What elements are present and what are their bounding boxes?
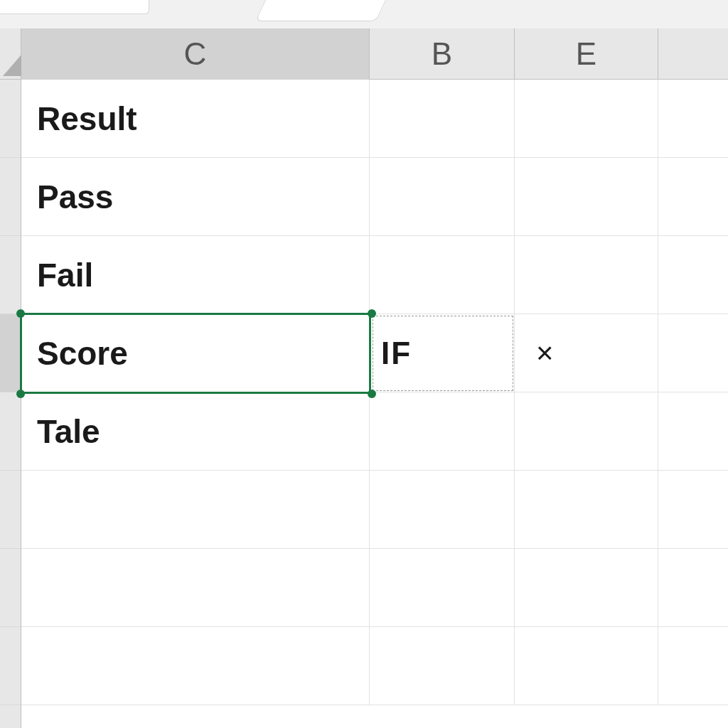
row-header[interactable] xyxy=(0,158,21,236)
cell-e1[interactable] xyxy=(515,80,658,158)
cell-empty[interactable] xyxy=(21,627,370,705)
cell-empty[interactable] xyxy=(370,549,515,627)
row-header[interactable] xyxy=(0,236,21,314)
cell-empty[interactable] xyxy=(370,627,515,705)
cell-empty[interactable] xyxy=(21,471,370,549)
grid: Result Pass Fail Score IF × Tale xyxy=(21,80,728,728)
cell-text: Score xyxy=(37,334,128,373)
cell-blank[interactable] xyxy=(658,80,728,158)
cell-b3[interactable] xyxy=(370,236,515,314)
cell-e4[interactable]: × xyxy=(515,314,658,392)
cell-c1[interactable]: Result xyxy=(21,80,370,158)
select-all-icon xyxy=(3,55,21,76)
cell-empty[interactable] xyxy=(515,627,658,705)
table-row xyxy=(21,471,728,549)
table-row: Result xyxy=(21,80,728,158)
row-header-gutter[interactable] xyxy=(0,28,21,728)
cell-c2[interactable]: Pass xyxy=(21,158,370,236)
selection-handle[interactable] xyxy=(16,390,25,398)
cell-blank[interactable] xyxy=(658,392,728,471)
toolbar-left-fragment xyxy=(0,0,149,14)
row-header[interactable] xyxy=(0,627,21,705)
cell-c3[interactable]: Fail xyxy=(21,236,370,314)
column-header-b[interactable]: B xyxy=(370,28,515,80)
cell-blank[interactable] xyxy=(658,158,728,236)
table-row: Fail xyxy=(21,236,728,314)
cell-e3[interactable] xyxy=(515,236,658,314)
column-header-c[interactable]: C xyxy=(21,28,370,80)
cell-blank[interactable] xyxy=(658,314,728,392)
toolbar-notch-fragment xyxy=(255,0,386,21)
row-header[interactable] xyxy=(0,471,21,549)
cell-text: Tale xyxy=(37,412,100,451)
cell-text: Result xyxy=(37,100,137,138)
select-all-corner[interactable] xyxy=(0,28,21,80)
column-header-blank[interactable] xyxy=(658,28,728,80)
column-header-e[interactable]: E xyxy=(515,28,658,80)
cell-text: Pass xyxy=(37,178,113,216)
row-header[interactable] xyxy=(0,80,21,158)
row-header-selected[interactable] xyxy=(0,314,21,392)
table-row: Pass xyxy=(21,158,728,236)
cell-e5[interactable] xyxy=(515,392,658,471)
cell-empty[interactable] xyxy=(370,471,515,549)
cell-blank[interactable] xyxy=(658,236,728,314)
column-headers: C B E xyxy=(21,28,728,80)
cell-text: IF xyxy=(381,336,412,371)
table-row: Tale xyxy=(21,392,728,471)
selection-handle[interactable] xyxy=(368,309,376,318)
close-icon[interactable]: × xyxy=(536,336,554,370)
row-header[interactable] xyxy=(0,549,21,627)
cell-b1[interactable] xyxy=(370,80,515,158)
cell-c4-active[interactable]: Score xyxy=(21,314,370,392)
cell-empty[interactable] xyxy=(515,471,658,549)
cell-empty[interactable] xyxy=(658,471,728,549)
cell-c5[interactable]: Tale xyxy=(21,392,370,471)
cell-empty[interactable] xyxy=(515,549,658,627)
cell-b4[interactable]: IF xyxy=(370,314,515,392)
cell-e2[interactable] xyxy=(515,158,658,236)
table-row xyxy=(21,549,728,627)
selection-handle[interactable] xyxy=(368,390,376,398)
cell-empty[interactable] xyxy=(658,549,728,627)
row-header[interactable] xyxy=(0,392,21,471)
table-row: Score IF × xyxy=(21,314,728,392)
spreadsheet-area: C B E Result Pass Fail Score IF × xyxy=(0,28,728,728)
cell-empty[interactable] xyxy=(658,627,728,705)
cell-empty[interactable] xyxy=(21,549,370,627)
table-row xyxy=(21,627,728,705)
cell-text: Fail xyxy=(37,256,93,294)
cell-b5[interactable] xyxy=(370,392,515,471)
toolbar-fragment xyxy=(0,0,728,28)
selection-handle[interactable] xyxy=(16,309,25,318)
cell-b2[interactable] xyxy=(370,158,515,236)
